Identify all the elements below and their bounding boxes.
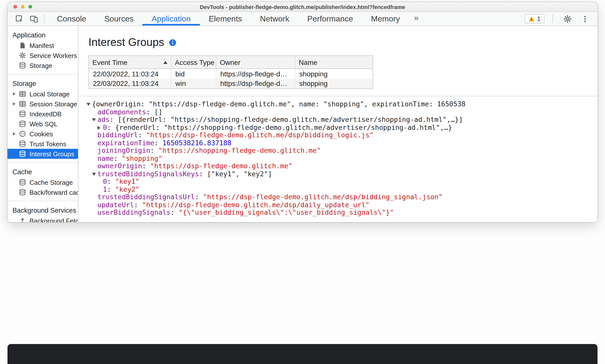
gear-icon [19,52,26,59]
cell-owner: https://dsp-fledge-demo.gl… [216,69,295,79]
tree-expander-icon[interactable] [92,173,96,176]
settings-button[interactable] [561,13,574,25]
up-down-arrows-icon [19,217,26,222]
tree-value: "shopping" [122,155,163,162]
sidebar-section-cache: Cache Cache Storage Back/forward cach [7,163,78,201]
tree-key: userBiddingSignals [97,209,171,216]
sidebar-item-storage[interactable]: Storage [7,60,78,70]
cell-access-type: win [171,79,216,89]
tree-key: expirationTime [97,139,154,147]
tree-value: "key2" [115,185,140,193]
kebab-menu-icon [581,15,589,23]
tab-console[interactable]: Console [48,12,95,25]
tree-expander-icon[interactable] [86,103,90,106]
tab-network[interactable]: Network [251,12,298,25]
table-row[interactable]: 22/03/2022, 11:03:24 win https://dsp-fle… [89,79,373,89]
column-header-event-time[interactable]: Event Time [89,56,171,69]
devtools-toolbar: Console Sources Application Elements Net… [7,12,598,26]
sidebar-item-indexeddb[interactable]: IndexedDB [7,109,78,119]
sidebar-section-background-services: Background Services Background Fetch [7,201,78,222]
device-toolbar-button[interactable] [27,13,40,25]
tree-line: biddingUrl: "https://dsp-fledge-demo.gli… [83,131,598,139]
more-tabs-button[interactable]: » [409,12,424,25]
sidebar-item-session-storage[interactable]: Session Storage [7,99,78,109]
zoom-button[interactable] [28,5,32,8]
customize-menu-button[interactable] [579,13,592,25]
tree-line: 0: "key1" [83,178,598,185]
device-toolbar-icon [30,15,38,23]
sidebar-item-back-forward-cache[interactable]: Back/forward cach [7,187,78,197]
tree-key: 1 [103,185,107,193]
minimize-button[interactable] [21,5,24,8]
sidebar-item-service-workers[interactable]: Service Workers [7,50,78,60]
tree-line: updateUrl: "https://dsp-fledge-demo.glit… [83,201,598,209]
inspect-cursor-icon [15,15,23,23]
tree-line[interactable]: ads: [{renderUrl: "https://shopping-fled… [83,116,598,124]
window-title: DevTools - publisher-fledge-demo.glitch.… [7,4,598,10]
column-header-name[interactable]: Name [295,56,373,69]
tree-line: trustedBiddingSignalsUrl: "https://dsp-f… [83,193,598,201]
tree-key: trustedBiddingSignalsKeys [97,170,199,178]
warning-icon [529,16,535,22]
interest-groups-table: Event Time Access Type Owner Name 22/03/… [88,55,373,89]
expand-arrow-icon[interactable] [13,92,15,95]
tree-key: trustedBiddingSignalsUrl [97,193,195,201]
tree-key: ownerOrigin [97,162,142,170]
section-title-storage: Storage [7,78,78,89]
tab-performance[interactable]: Performance [298,12,362,25]
issues-warning-badge[interactable]: 1 [525,14,545,23]
section-title-background-services: Background Services [7,205,78,216]
sidebar-item-local-storage[interactable]: Local Storage [7,89,78,99]
tree-value: "key1" [115,178,140,185]
gear-icon [564,15,572,23]
tab-sources[interactable]: Sources [95,12,142,25]
tree-value: {ownerOrigin: "https://dsp-fledge-demo.g… [92,100,466,108]
tab-elements[interactable]: Elements [200,12,251,25]
close-button[interactable] [13,5,17,8]
info-icon[interactable] [169,39,176,46]
sidebar-item-web-sql[interactable]: Web SQL [7,119,78,129]
tree-expander-icon[interactable] [92,118,96,121]
sidebar-item-background-fetch[interactable]: Background Fetch [7,216,78,222]
traffic-lights [13,5,32,8]
tree-line[interactable]: 0: {renderUrl: "https://shopping-fledge-… [83,124,598,131]
cell-event-time: 22/03/2022, 11:03:24 [89,69,171,79]
sidebar-item-trust-tokens[interactable]: Trust Tokens [7,139,78,149]
tab-application[interactable]: Application [143,12,200,25]
sidebar-section-application: Application Manifest Service Workers [7,26,78,74]
toolbar-separator [553,14,553,23]
tree-line: name: "shopping" [83,155,598,162]
interest-groups-panel: Interest Groups Event Time Access Type [78,26,598,222]
tree-line[interactable]: trustedBiddingSignalsKeys: ["key1", "key… [83,170,598,178]
tab-memory[interactable]: Memory [362,12,409,25]
tree-line[interactable]: {ownerOrigin: "https://dsp-fledge-demo.g… [83,100,598,108]
cell-event-time: 22/03/2022, 11:03:24 [89,79,171,89]
cookie-icon [19,130,26,137]
sidebar-item-cache-storage[interactable]: Cache Storage [7,177,78,187]
toolbar-separator [44,14,44,23]
expand-arrow-icon[interactable] [13,132,15,135]
expand-arrow-icon[interactable] [13,102,15,105]
sidebar-item-interest-groups[interactable]: Interest Groups [7,149,78,159]
tree-value: {renderUrl: "https://shopping-fledge-dem… [115,124,452,131]
sort-ascending-icon [163,61,167,64]
cell-access-type: bid [171,69,216,79]
column-header-owner[interactable]: Owner [216,56,295,69]
tree-key: name [97,155,114,162]
inspect-element-button[interactable] [13,13,26,25]
tree-line: expirationTime: 1650538216.837188 [83,139,598,147]
tree-line: adComponents: [] [83,108,598,116]
screenshot-root: DevTools - publisher-fledge-demo.glitch.… [0,0,605,364]
tree-value: [{renderUrl: "https://shopping-fledge-de… [118,116,463,123]
tree-expander-icon[interactable] [97,126,100,130]
sidebar-item-cookies[interactable]: Cookies [7,129,78,139]
tree-value: "https://dsp-fledge-demo.glitch.me" [150,162,292,170]
warning-count: 1 [537,15,541,22]
tree-value: "https://dsp-fledge-demo.glitch.me/dsp/b… [203,193,443,201]
table-row[interactable]: 22/03/2022, 11:03:24 bid https://dsp-fle… [89,69,373,79]
database-icon [19,120,26,127]
window-titlebar[interactable]: DevTools - publisher-fledge-demo.glitch.… [7,2,598,12]
column-header-access-type[interactable]: Access Type [171,56,216,69]
tree-value: "{\"user_bidding_signals\":\"user_biddin… [179,209,394,216]
sidebar-item-manifest[interactable]: Manifest [7,40,78,50]
